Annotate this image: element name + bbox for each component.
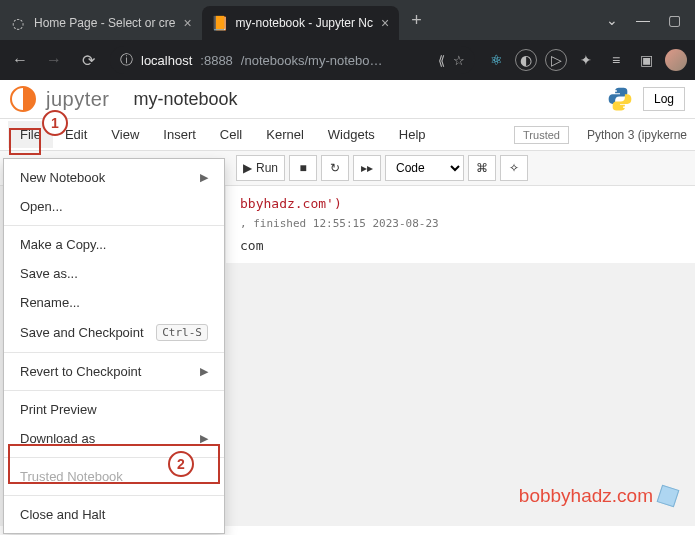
dd-label: Revert to Checkpoint — [20, 364, 141, 379]
url-port: :8888 — [200, 53, 233, 68]
dd-label: Close and Halt — [20, 507, 105, 522]
close-icon[interactable]: × — [183, 15, 191, 31]
chevron-down-icon[interactable]: ⌄ — [606, 12, 618, 28]
stop-button[interactable]: ■ — [289, 155, 317, 181]
dd-make-copy[interactable]: Make a Copy... — [4, 230, 224, 259]
notebook-name[interactable]: my-notebook — [134, 89, 238, 110]
dd-label: Make a Copy... — [20, 237, 106, 252]
browser-tab-strip: ◌ Home Page - Select or cre × 📙 my-noteb… — [0, 0, 695, 40]
minimize-icon[interactable]: — — [636, 12, 650, 28]
dd-label: New Notebook — [20, 170, 105, 185]
profile-avatar[interactable] — [665, 49, 687, 71]
info-icon[interactable]: ⓘ — [120, 51, 133, 69]
run-button[interactable]: ▶ Run — [236, 155, 285, 181]
execution-time: , finished 12:55:15 2023-08-23 — [240, 217, 681, 230]
annotation-badge-2: 2 — [168, 451, 194, 477]
chevron-right-icon: ▶ — [200, 171, 208, 184]
menu-widgets[interactable]: Widgets — [316, 121, 387, 148]
notebook-favicon: 📙 — [212, 15, 228, 31]
dd-label: Save and Checkpoint — [20, 325, 144, 340]
divider — [4, 495, 224, 496]
dd-label: Save as... — [20, 266, 78, 281]
dd-save-as[interactable]: Save as... — [4, 259, 224, 288]
menu-insert[interactable]: Insert — [151, 121, 208, 148]
dd-open[interactable]: Open... — [4, 192, 224, 221]
code-cell[interactable]: bbyhadz.com') , finished 12:55:15 2023-0… — [226, 186, 695, 263]
star-icon[interactable]: ☆ — [453, 53, 465, 68]
python-icon — [607, 86, 633, 112]
divider — [4, 225, 224, 226]
tab-title: Home Page - Select or cre — [34, 16, 175, 30]
close-icon[interactable]: × — [381, 15, 389, 31]
window-controls: ⌄ — ▢ — [606, 12, 695, 28]
kernel-name: Python 3 (ipykerne — [587, 128, 687, 142]
cube-icon — [657, 485, 680, 508]
annotation-badge-1: 1 — [42, 110, 68, 136]
code-line: bbyhadz.com') — [240, 196, 681, 211]
svg-point-1 — [623, 106, 625, 108]
jupyter-favicon: ◌ — [10, 15, 26, 31]
dd-label: Rename... — [20, 295, 80, 310]
menu-view[interactable]: View — [99, 121, 151, 148]
window-icon[interactable]: ▣ — [635, 49, 657, 71]
annotation-box-1 — [9, 128, 41, 155]
fast-forward-button[interactable]: ▸▸ — [353, 155, 381, 181]
watermark: bobbyhadz.com — [519, 485, 677, 507]
browser-address-bar: ← → ⟳ ⓘ localhost:8888/notebooks/my-note… — [0, 40, 695, 80]
dd-new-notebook[interactable]: New Notebook▶ — [4, 163, 224, 192]
url-path: /notebooks/my-notebo… — [241, 53, 383, 68]
jupyter-brand: jupyter — [46, 88, 110, 111]
ext-icon[interactable]: ▷ — [545, 49, 567, 71]
dd-label: Print Preview — [20, 402, 97, 417]
dd-label: Open... — [20, 199, 63, 214]
reload-button[interactable]: ⟳ — [76, 48, 100, 72]
dd-revert[interactable]: Revert to Checkpoint▶ — [4, 357, 224, 386]
run-label: Run — [256, 161, 278, 175]
dd-save-checkpoint[interactable]: Save and CheckpointCtrl-S — [4, 317, 224, 348]
kbd-shortcut: Ctrl-S — [156, 324, 208, 341]
url-input[interactable]: ⓘ localhost:8888/notebooks/my-notebo… ⟪ … — [110, 46, 475, 74]
new-tab-button[interactable]: + — [399, 10, 434, 31]
menu-cell[interactable]: Cell — [208, 121, 254, 148]
divider — [4, 390, 224, 391]
watermark-text: bobbyhadz.com — [519, 485, 653, 507]
tab-title: my-notebook - Jupyter Nc — [236, 16, 373, 30]
dd-close-halt[interactable]: Close and Halt — [4, 500, 224, 529]
dd-print-preview[interactable]: Print Preview — [4, 395, 224, 424]
svg-point-0 — [615, 90, 617, 92]
extensions-tray: ⚛ ◐ ▷ ✦ ≡ ▣ — [485, 49, 687, 71]
command-palette-button[interactable]: ⌘ — [468, 155, 496, 181]
cell-output: com — [240, 238, 681, 253]
jupyter-logo-icon[interactable] — [10, 86, 36, 112]
restart-button[interactable]: ↻ — [321, 155, 349, 181]
ublock-ext-icon[interactable]: ◐ — [515, 49, 537, 71]
code-button[interactable]: ✧ — [500, 155, 528, 181]
maximize-icon[interactable]: ▢ — [668, 12, 681, 28]
back-button[interactable]: ← — [8, 48, 32, 72]
menu-icon[interactable]: ≡ — [605, 49, 627, 71]
cell-type-select[interactable]: Code — [385, 155, 464, 181]
puzzle-ext-icon[interactable]: ✦ — [575, 49, 597, 71]
menu-bar: File Edit View Insert Cell Kernel Widget… — [0, 119, 695, 151]
dd-rename[interactable]: Rename... — [4, 288, 224, 317]
notebook-header: jupyter my-notebook Log — [0, 80, 695, 119]
browser-tab-home[interactable]: ◌ Home Page - Select or cre × — [0, 6, 202, 40]
forward-button[interactable]: → — [42, 48, 66, 72]
url-host: localhost — [141, 53, 192, 68]
menu-kernel[interactable]: Kernel — [254, 121, 316, 148]
trusted-indicator[interactable]: Trusted — [514, 126, 569, 144]
logout-button[interactable]: Log — [643, 87, 685, 111]
divider — [4, 352, 224, 353]
react-ext-icon[interactable]: ⚛ — [485, 49, 507, 71]
menu-help[interactable]: Help — [387, 121, 438, 148]
browser-tab-notebook[interactable]: 📙 my-notebook - Jupyter Nc × — [202, 6, 400, 40]
share-icon[interactable]: ⟪ — [438, 53, 445, 68]
chevron-right-icon: ▶ — [200, 365, 208, 378]
